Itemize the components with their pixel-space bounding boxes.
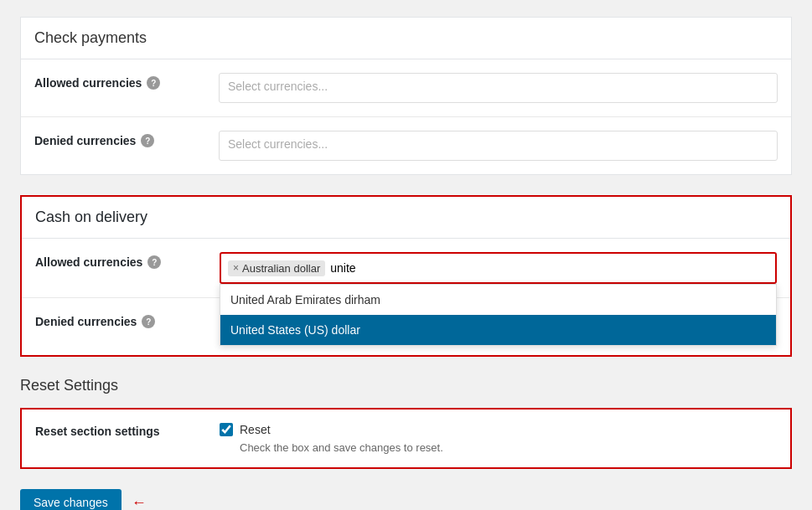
dropdown-item-uae[interactable]: United Arab Emirates dirham — [220, 285, 776, 315]
check-denied-label: Denied currencies ? — [34, 131, 219, 151]
cod-title: Cash on delivery — [22, 197, 790, 239]
tag-label: Australian dollar — [242, 262, 320, 275]
cod-denied-help-icon[interactable]: ? — [142, 315, 155, 328]
cod-body: Allowed currencies ? × Australian dollar… — [22, 239, 790, 355]
check-allowed-help-icon[interactable]: ? — [147, 76, 160, 90]
cod-allowed-multiselect: × Australian dollar United Arab Emirates… — [220, 252, 777, 284]
cod-allowed-row: Allowed currencies ? × Australian dollar… — [22, 239, 790, 298]
arrow-icon: ← — [132, 494, 147, 511]
cod-dropdown: United Arab Emirates dirham United State… — [220, 284, 777, 346]
check-denied-currencies-row: Denied currencies ? Select currencies... — [21, 117, 791, 174]
cod-allowed-help-icon[interactable]: ? — [147, 255, 161, 269]
cod-section: Cash on delivery Allowed currencies ? × … — [20, 195, 792, 357]
cod-allowed-label: Allowed currencies ? — [35, 252, 220, 272]
reset-settings-section: Reset Settings Reset section settings Re… — [20, 377, 792, 469]
check-allowed-label: Allowed currencies ? — [34, 73, 219, 93]
cod-denied-label: Denied currencies ? — [35, 312, 220, 332]
tag-remove-btn[interactable]: × — [233, 263, 239, 273]
dropdown-item-usd[interactable]: United States (US) dollar — [220, 315, 776, 345]
check-denied-help-icon[interactable]: ? — [141, 134, 154, 147]
reset-section-label: Reset section settings — [35, 423, 220, 438]
check-denied-select[interactable]: Select currencies... — [219, 131, 778, 161]
reset-settings-title: Reset Settings — [20, 377, 792, 394]
cod-allowed-content: × Australian dollar United Arab Emirates… — [220, 252, 777, 284]
check-allowed-select[interactable]: Select currencies... — [219, 73, 778, 103]
reset-box: Reset section settings Reset Check the b… — [20, 408, 792, 469]
cod-allowed-field[interactable]: × Australian dollar — [220, 252, 777, 284]
save-row: Save changes ← — [20, 489, 792, 510]
save-changes-button[interactable]: Save changes — [20, 489, 122, 510]
reset-row: Reset section settings Reset Check the b… — [22, 410, 790, 467]
reset-checkbox-label: Reset — [240, 423, 271, 436]
check-payments-title: Check payments — [21, 18, 791, 59]
reset-content: Reset Check the box and save changes to … — [220, 423, 777, 454]
check-allowed-currencies-row: Allowed currencies ? Select currencies..… — [21, 59, 791, 117]
check-denied-content: Select currencies... — [219, 131, 778, 161]
reset-checkbox-row: Reset — [220, 423, 777, 436]
check-allowed-content: Select currencies... — [219, 73, 778, 103]
reset-checkbox[interactable] — [220, 423, 233, 436]
reset-hint: Check the box and save changes to reset. — [220, 441, 777, 454]
check-payments-section: Check payments Allowed currencies ? Sele… — [20, 17, 792, 175]
australian-dollar-tag: × Australian dollar — [228, 260, 325, 276]
cod-allowed-input[interactable] — [330, 261, 768, 275]
